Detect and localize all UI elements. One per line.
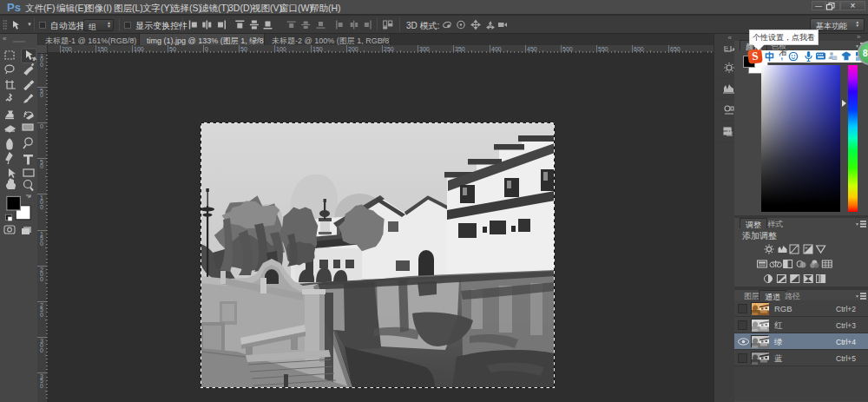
svg-text:101: 101 bbox=[832, 56, 838, 60]
svg-text:+: + bbox=[805, 245, 808, 250]
